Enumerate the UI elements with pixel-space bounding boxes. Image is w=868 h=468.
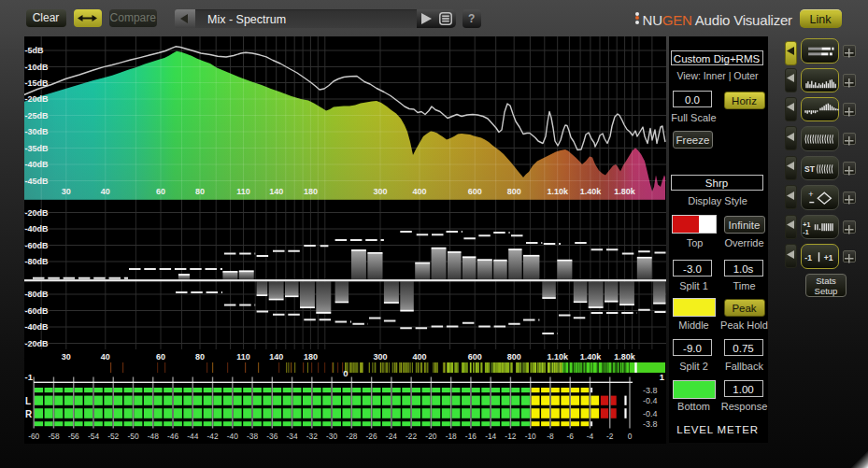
svg-text:600: 600 [468,352,482,362]
svg-text:1.40k: 1.40k [580,352,603,362]
svg-text:-38: -38 [247,432,258,441]
svg-text:-26: -26 [366,432,377,441]
svg-text:-20: -20 [425,432,436,441]
svg-text:-46: -46 [167,432,178,441]
svg-text:-20dB: -20dB [25,339,50,348]
svg-text:-10dB: -10dB [25,63,50,72]
svg-text:-22: -22 [406,432,417,441]
svg-text:0: 0 [343,368,348,378]
svg-text:R: R [25,409,33,419]
svg-text:-80dB: -80dB [25,290,50,299]
svg-text:+: + [808,190,813,199]
svg-text:1.10k: 1.10k [547,187,569,196]
svg-text:80: 80 [195,352,205,362]
svg-text:110: 110 [236,187,250,196]
svg-text:300: 300 [373,187,387,196]
svg-text:-15dB: -15dB [25,78,50,88]
svg-text:-30: -30 [326,432,337,441]
svg-text:-5dB: -5dB [25,46,45,55]
svg-text:-28: -28 [346,432,357,441]
svg-text:-40dB: -40dB [25,224,50,234]
svg-text:-6: -6 [566,432,574,441]
svg-text:-4: -4 [587,432,594,441]
svg-text:1: 1 [660,372,665,382]
svg-text:80: 80 [195,187,205,196]
svg-text:-8: -8 [547,432,554,441]
svg-text:1.80k: 1.80k [614,352,636,362]
svg-text:-32: -32 [306,432,318,441]
svg-text:-3.8: -3.8 [643,419,658,429]
svg-text:0: 0 [628,432,633,441]
svg-text:ST: ST [804,164,816,174]
svg-text:+1: +1 [823,253,832,262]
svg-text:-3.8: -3.8 [643,386,658,395]
svg-text:30: 30 [62,187,71,196]
svg-text:L: L [25,396,31,406]
svg-text:-2: -2 [606,432,614,441]
svg-text:-52: -52 [107,432,119,441]
svg-text:1.40k: 1.40k [580,187,603,196]
svg-text:110: 110 [236,352,250,362]
svg-text:30: 30 [62,352,71,362]
svg-text:-1: -1 [803,229,808,235]
svg-text:-35dB: -35dB [25,144,50,153]
svg-text:800: 800 [507,187,521,196]
svg-text:-60dB: -60dB [25,241,50,250]
svg-text:1.10k: 1.10k [547,352,569,362]
svg-text:-20dB: -20dB [25,208,50,218]
svg-text:140: 140 [269,187,283,196]
svg-text:60: 60 [156,352,165,362]
svg-text:400: 400 [412,187,426,196]
svg-text:-40: -40 [227,432,238,441]
svg-text:-50: -50 [127,432,138,441]
svg-text:-16: -16 [465,432,477,441]
svg-text:-30dB: -30dB [25,127,50,136]
svg-text:600: 600 [468,187,482,196]
svg-text:-10: -10 [525,432,536,441]
svg-text:1.80k: 1.80k [614,187,636,196]
svg-text:-58: -58 [48,432,59,441]
svg-text:-42: -42 [206,432,218,441]
svg-text:-24: -24 [386,432,397,441]
svg-text:-60dB: -60dB [25,306,50,316]
svg-text:-80dB: -80dB [25,257,50,266]
svg-text:-48: -48 [148,432,159,441]
svg-text:-54: -54 [88,432,99,441]
svg-text:800: 800 [507,352,521,362]
svg-text:-34: -34 [287,432,298,441]
svg-text:-1: -1 [25,372,34,382]
svg-text:180: 180 [304,187,318,196]
svg-text:-25dB: -25dB [25,111,50,121]
svg-text:-60: -60 [28,432,39,441]
svg-text:-14: -14 [485,432,496,441]
svg-text:-40dB: -40dB [25,322,50,332]
svg-text:140: 140 [269,352,283,362]
svg-text:+1: +1 [803,221,810,228]
svg-text:40: 40 [101,352,110,362]
svg-text:60: 60 [156,187,165,196]
svg-text:-20dB: -20dB [25,94,50,104]
svg-text:-40dB: -40dB [25,160,50,169]
svg-text:300: 300 [373,352,387,362]
svg-text:-36: -36 [266,432,277,441]
svg-text:-44: -44 [187,432,198,441]
svg-text:-56: -56 [68,432,79,441]
svg-text:180: 180 [304,352,318,362]
svg-text:-12: -12 [505,432,516,441]
svg-text:400: 400 [412,352,426,362]
svg-text:-1: -1 [804,253,812,262]
svg-text:-18: -18 [446,432,457,441]
svg-text:-45dB: -45dB [25,177,50,186]
svg-text:40: 40 [101,187,110,196]
